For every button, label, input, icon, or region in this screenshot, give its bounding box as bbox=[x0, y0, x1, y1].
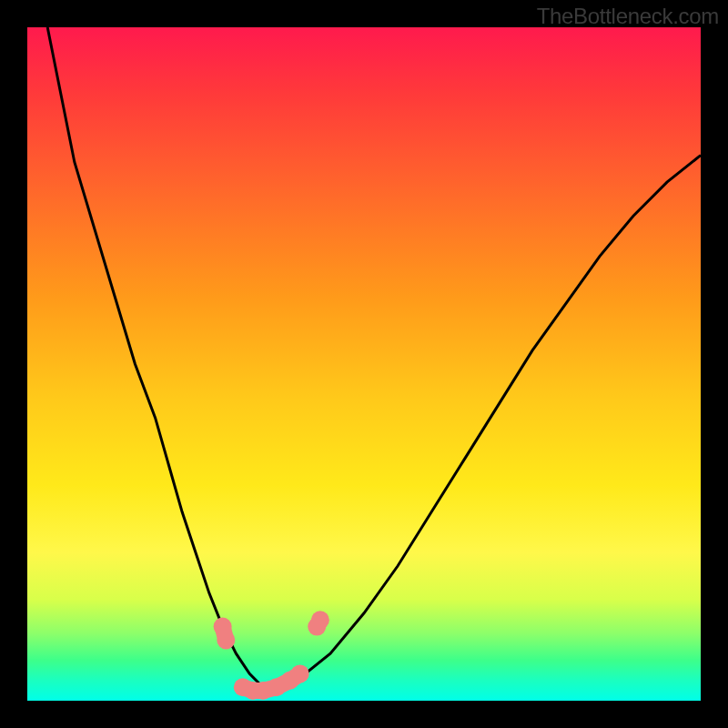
marker-dot bbox=[244, 682, 262, 700]
marker-dot bbox=[281, 672, 299, 690]
marker-dot bbox=[268, 678, 286, 696]
bottleneck-curve bbox=[47, 27, 701, 687]
watermark-label: TheBottleneck.com bbox=[537, 4, 719, 29]
marker-segment bbox=[290, 673, 300, 680]
marker-dot bbox=[254, 682, 272, 700]
chart-plot-area bbox=[27, 27, 701, 701]
marker-segment bbox=[263, 687, 277, 691]
marker-dot bbox=[214, 618, 232, 636]
marker-dot bbox=[217, 631, 235, 649]
marker-segment bbox=[243, 687, 253, 691]
marker-dot bbox=[308, 618, 326, 636]
marker-dot bbox=[311, 611, 329, 629]
chart-svg bbox=[27, 27, 701, 701]
marker-dot bbox=[291, 664, 309, 682]
marker-segment bbox=[223, 627, 227, 641]
marker-segment bbox=[317, 620, 320, 626]
marker-dot bbox=[234, 678, 252, 696]
marker-group bbox=[214, 611, 329, 700]
marker-segment bbox=[277, 681, 290, 687]
